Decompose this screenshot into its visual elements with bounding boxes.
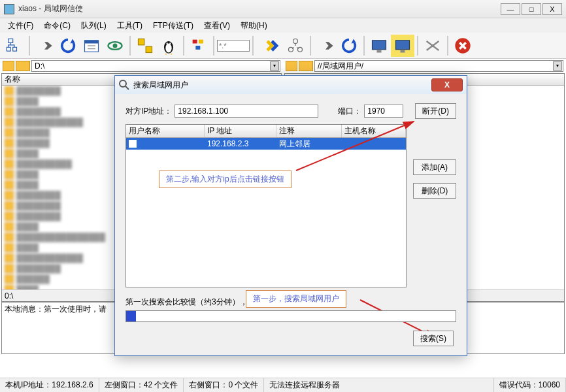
status-error: 错误代码：10060 [494,378,566,392]
svg-rect-9 [139,39,144,44]
arrow-right-icon[interactable] [33,35,56,57]
ip-input[interactable] [175,105,318,118]
annotation-step1: 第一步，搜索局域网用户 [246,290,346,308]
svg-rect-16 [199,39,203,43]
calendar-icon[interactable] [80,35,103,57]
tree-icon[interactable] [3,35,26,57]
pattern-input[interactable] [217,40,250,52]
search-button[interactable]: 搜索(S) [413,331,454,346]
svg-rect-4 [85,40,99,43]
cell-host [342,138,406,150]
right-address-text: //局域网用户/ [318,61,363,72]
menu-view[interactable]: 查看(V) [199,19,235,33]
list-headers: 用户名称 IP 地址 注释 主机名称 [126,125,406,138]
status-conn: 无法连接远程服务器 [264,378,493,392]
folder-icon[interactable] [286,61,297,71]
svg-rect-10 [146,46,152,52]
svg-point-13 [167,42,168,44]
menubar: 文件(F) 命令(C) 队列(L) 工具(T) FTP传送(T) 查看(V) 帮… [0,18,566,33]
svg-rect-22 [377,50,382,53]
annotation-step2: 第二步,输入对方ip后点击链接按钮 [159,171,291,188]
search-lan-dialog: 搜索局域网用户 X 对方IP地址： 端口： 断开(D) 用户名称 IP 地址 注… [114,75,467,356]
svg-rect-15 [193,39,197,43]
menu-tools[interactable]: 工具(T) [112,19,148,33]
col-user[interactable]: 用户名称 [126,125,205,137]
col-ip[interactable]: IP 地址 [205,125,276,137]
svg-point-20 [298,47,303,52]
svg-point-12 [165,43,171,52]
folder-up-icon[interactable] [299,61,313,71]
cell-ip: 192.168.2.3 [205,138,276,150]
right-address-combo[interactable]: //局域网用户/ ▾ [314,60,563,72]
svg-rect-1 [7,47,10,51]
svg-rect-2 [13,47,17,51]
folder-up-icon[interactable] [16,61,30,71]
progress-bar [125,310,456,322]
cell-user [126,138,205,150]
eye-icon[interactable] [103,35,127,57]
refresh-icon-2[interactable] [337,35,361,57]
statusbar: 本机IP地址：192.168.2.6 左侧窗口：42 个文件 右侧窗口：0 个文… [0,378,566,392]
svg-rect-17 [195,46,200,50]
svg-point-19 [289,47,293,52]
menu-file[interactable]: 文件(F) [3,19,39,33]
monitor-icon[interactable] [367,35,391,57]
svg-point-18 [293,39,298,43]
close-button[interactable]: X [542,3,562,15]
svg-point-25 [431,44,435,47]
status-left-count: 左侧窗口：42 个文件 [99,378,184,392]
svg-line-28 [125,86,129,90]
ip-label: 对方IP地址： [125,106,172,117]
minimize-button[interactable]: — [501,3,520,15]
chevron-down-icon[interactable]: ▾ [270,61,279,71]
windows-icon[interactable] [133,35,157,57]
svg-rect-24 [401,50,405,53]
log-text: 本地消息：第一次使用时，请 [5,304,107,314]
svg-point-8 [113,43,118,48]
menu-command[interactable]: 命令(C) [39,19,76,33]
svg-rect-0 [8,39,13,42]
search-icon [119,80,129,90]
left-address-text: D:\ [35,61,44,71]
col-comment[interactable]: 注释 [276,125,342,137]
disconnect-button[interactable]: 断开(D) [415,103,456,119]
window-titlebar: xiaos - 局域网信使 — □ X [0,0,566,18]
user-listbox[interactable]: 用户名称 IP 地址 注释 主机名称 192.168.2.3 网上邻居 第二步,… [125,124,407,287]
port-label: 端口： [338,106,361,117]
penguin-icon[interactable] [157,35,180,57]
network-icon[interactable] [284,35,307,57]
chevron-down-icon[interactable]: ▾ [553,61,562,71]
delete-button[interactable]: 删除(D) [413,183,456,199]
antenna-icon[interactable] [421,35,444,57]
svg-point-14 [169,42,171,44]
status-right-count: 右侧窗口：0 个文件 [184,378,264,392]
app-icon [4,4,14,14]
monitor-highlight-icon[interactable] [391,35,414,57]
status-ip: 本机IP地址：192.168.2.6 [0,378,99,392]
svg-rect-23 [396,40,410,49]
left-address-combo[interactable]: D:\ ▾ [31,60,280,72]
svg-point-27 [120,80,126,87]
flags-icon[interactable] [187,35,210,57]
add-button[interactable]: 添加(A) [413,159,456,175]
folder-icon[interactable] [3,61,14,71]
plug-icon[interactable] [260,35,284,57]
stop-icon[interactable] [451,35,474,57]
cell-comment: 网上邻居 [276,138,342,150]
col-host[interactable]: 主机名称 [342,125,406,137]
list-row-selected[interactable]: 192.168.2.3 网上邻居 [126,138,406,150]
maximize-button[interactable]: □ [522,3,541,15]
window-title: xiaos - 局域网信使 [18,3,501,14]
menu-queue[interactable]: 队列(L) [76,19,112,33]
arrow-right-icon-2[interactable] [314,35,337,57]
address-row: D:\ ▾ //局域网用户/ ▾ [0,59,566,73]
refresh-icon[interactable] [56,35,80,57]
menu-help[interactable]: 帮助(H) [235,19,273,33]
menu-ftp[interactable]: FTP传送(T) [148,19,199,33]
svg-rect-21 [373,40,386,49]
dialog-close-button[interactable]: X [431,78,463,91]
toolbar [0,33,566,59]
port-input[interactable] [364,105,403,118]
progress-fill [126,311,136,321]
dialog-titlebar[interactable]: 搜索局域网用户 X [115,76,467,94]
